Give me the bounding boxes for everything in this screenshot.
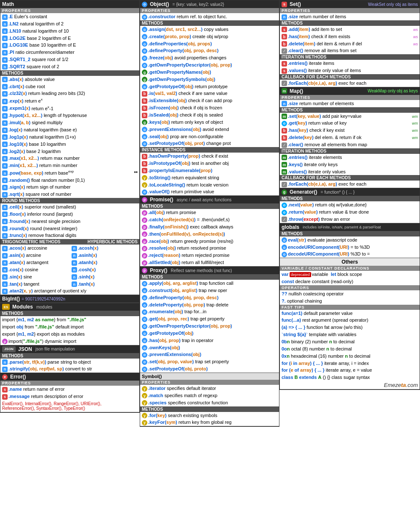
list-item: o.freeze(obj) avoid properties changes bbox=[140, 54, 279, 61]
generator-title: Generator() bbox=[290, 189, 317, 195]
badge-o: o bbox=[142, 56, 147, 61]
badge-o: o bbox=[142, 317, 147, 322]
map-subtitle: WeakMap only obj as keys bbox=[368, 89, 418, 93]
badge-n: n bbox=[2, 267, 8, 273]
methods-header: METHODS bbox=[140, 203, 279, 209]
badge-p: p bbox=[142, 268, 147, 273]
badge-m: m bbox=[282, 162, 287, 167]
map-section: m Map() WeakMap only obj as keys PROPERT… bbox=[280, 87, 420, 188]
badge-n: n bbox=[72, 246, 77, 251]
symbol-section: Symbol() PROPERTIES y.iterator specifies… bbox=[140, 373, 279, 426]
list-item: n.cosh(x) bbox=[70, 266, 139, 273]
badge-b: b bbox=[142, 106, 147, 111]
badge-n: n bbox=[2, 50, 8, 56]
badge-n: n bbox=[2, 185, 8, 190]
list-item: p.allSettled(obj) return all fullfill/re… bbox=[140, 259, 279, 266]
props-header: PROPERTIES bbox=[140, 8, 279, 13]
json-header: JSON JSON json file manipulation bbox=[0, 345, 139, 353]
json-title: JSON bbox=[18, 346, 32, 352]
badge-n: n bbox=[72, 260, 77, 266]
list-item: for (e of array) { ... } iterate array, … bbox=[280, 367, 420, 374]
badge-o: o bbox=[142, 41, 147, 47]
list-item: b.propertyIsEnumerable(prop) bbox=[140, 167, 279, 174]
badge-n: n bbox=[2, 14, 8, 20]
list-item: oeval(str) evaluate javascript code bbox=[280, 236, 420, 244]
list-item: n.max(x1, x2...) return max number bbox=[0, 155, 139, 162]
badge-n: n bbox=[72, 281, 77, 287]
methods-header: METHODS bbox=[280, 196, 420, 201]
badge-n: n bbox=[2, 106, 8, 111]
badge-g: g bbox=[142, 120, 147, 125]
badge-n: n bbox=[2, 77, 8, 82]
proxy-title: Proxy() bbox=[150, 267, 167, 273]
list-item: o.defineProperties(obj, props) bbox=[140, 40, 279, 47]
badge-o: o bbox=[282, 237, 287, 243]
badge-o: o bbox=[142, 345, 147, 351]
methods-header: METHODS bbox=[140, 406, 279, 412]
list-item: o.getOwnPropertyDescriptor(obj, prop) bbox=[140, 61, 279, 69]
promise-subtitle: async / await async functions bbox=[177, 198, 232, 202]
list-item: n.SQRT2 square root of 2 bbox=[0, 63, 139, 70]
badge-o: o bbox=[142, 309, 147, 315]
proxy-header: p Proxy() Reflect same methods (not func… bbox=[140, 267, 279, 274]
list-item: n.size return number of elements bbox=[280, 100, 420, 107]
list-item: g.keys(obj) return only keys of object bbox=[140, 119, 279, 126]
list-item: 0on octal (8) number n to decimal bbox=[280, 345, 420, 353]
badge-y: y bbox=[142, 386, 147, 392]
map-header: m Map() WeakMap only obj as keys bbox=[280, 87, 420, 95]
badge-p: p bbox=[142, 253, 147, 259]
badge-s: s bbox=[282, 2, 287, 7]
list-item: n.clz32(x) return leading zero bits (32) bbox=[0, 90, 139, 97]
badge-n: n bbox=[2, 211, 8, 217]
bigint-title: BigInt() bbox=[2, 296, 20, 302]
list-item: n.log(x) natural logarithm (base e) bbox=[0, 126, 139, 134]
list-item: n.expm1(x) return ex-1 bbox=[0, 105, 139, 112]
badge-o: o bbox=[142, 331, 147, 336]
badge-o: o bbox=[142, 288, 147, 293]
badge-y: y bbox=[142, 420, 147, 426]
column-object: o Object() = {key: value, key2: value2} … bbox=[140, 0, 279, 427]
list-item: m.keys() iterate only keys bbox=[280, 161, 420, 168]
list-item: n.sqrt(x) square root of number bbox=[0, 191, 139, 198]
round-header: ROUND METHODS bbox=[0, 198, 139, 203]
badge-o: o bbox=[142, 352, 147, 358]
set-subtitle: WeakSet only obj as items bbox=[368, 2, 418, 7]
modules-section: ES Modules modules METHODS import {m1, m… bbox=[0, 303, 139, 345]
list-item: n.imul(a, b) signed multiply bbox=[0, 119, 139, 126]
list-item: b.isSealed(obj) check if obj is sealed bbox=[140, 111, 279, 119]
list-item: odecodeURIComponent(URI) %3D to = bbox=[280, 250, 420, 258]
list-item: o.defineProperty(obj, prop, desc) bbox=[140, 47, 279, 54]
badge-slash: ⁄ bbox=[282, 217, 287, 222]
badge-p: p bbox=[142, 197, 147, 203]
methods-header: METHODS bbox=[280, 20, 420, 26]
list-item: b.isPrototypeOf(obj) test in another obj bbox=[140, 160, 279, 167]
list-item: o.deleteProperty(obj, prop) trap delete bbox=[140, 301, 279, 309]
callback-header: CALLBACK FOR EACH METHODS bbox=[280, 175, 420, 181]
badge-n: n bbox=[2, 149, 8, 154]
list-item: p.resolve(obj) return resolved promise bbox=[140, 245, 279, 252]
badge-o: o bbox=[282, 245, 287, 250]
generator-subtitle: = function* () { ... } bbox=[321, 190, 354, 195]
math-props-header: PROPERTIES bbox=[0, 8, 139, 13]
badge-p: p bbox=[142, 210, 147, 216]
list-item: p.finally(onFinish()) exec callback alwa… bbox=[140, 223, 279, 231]
object-subtitle: = {key: value, key2: value2} bbox=[172, 2, 224, 7]
badge-o: o bbox=[142, 189, 147, 195]
set-title: Set() bbox=[290, 1, 301, 7]
error-footer: EvalError(), InternalError(), RangeError… bbox=[0, 400, 139, 412]
badge-p: p bbox=[142, 217, 147, 223]
badge-o: o bbox=[142, 302, 147, 308]
badge-n: n bbox=[72, 253, 77, 259]
list-item: o.create(proto, prop) create obj w/prop bbox=[140, 33, 279, 40]
list-item: p.catch(onRejected(s)) = .then(undef,s) bbox=[140, 216, 279, 223]
methods-header: METHODS bbox=[0, 70, 139, 76]
list-item: y.match specifies match of regexp bbox=[140, 392, 279, 399]
list-item: o.assign(dst, src1, src2...) copy values bbox=[140, 26, 279, 33]
list-item: n.log2(x) base 2 logarithm bbox=[0, 148, 139, 155]
list-item: o.construct(obj, arglist) trap new oper bbox=[140, 287, 279, 294]
promise-title: Promise() bbox=[150, 197, 173, 203]
watermark: Emezeta.com bbox=[280, 381, 420, 389]
badge-g: g bbox=[282, 189, 287, 195]
badge-o2: o bbox=[282, 210, 287, 215]
list-item: import obj from "./file.js" default impo… bbox=[0, 323, 139, 331]
